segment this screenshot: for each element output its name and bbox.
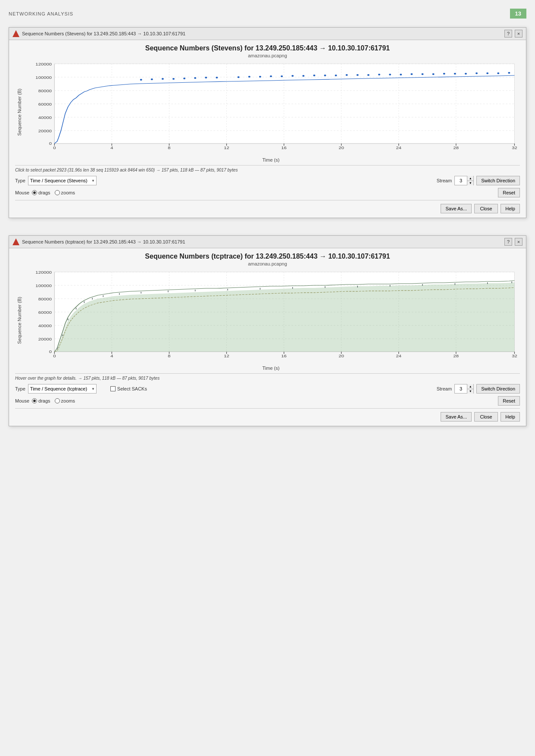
close-btn-tcptrace[interactable]: ×	[515, 238, 522, 246]
help-icon-btn-stevens[interactable]: ?	[504, 30, 512, 37]
svg-point-67	[422, 73, 424, 75]
spin-down-btn-tcptrace[interactable]: ▼	[467, 389, 473, 394]
zooms-radio-tcptrace[interactable]	[55, 398, 60, 403]
spin-up-btn-stevens[interactable]: ▲	[467, 176, 473, 181]
svg-text:0: 0	[53, 146, 56, 150]
zooms-radio-stevens[interactable]	[55, 190, 60, 195]
svg-point-73	[486, 72, 488, 74]
svg-point-64	[389, 74, 391, 75]
svg-text:60000: 60000	[38, 102, 52, 106]
type-select-stevens[interactable]: Time / Sequence (Stevens)	[28, 176, 97, 185]
select-sacks-checkbox[interactable]	[110, 386, 116, 391]
stream-spinbox-stevens[interactable]: ▲ ▼	[454, 176, 474, 185]
svg-point-63	[378, 74, 380, 75]
svg-point-71	[465, 73, 467, 75]
window-content-tcptrace: Sequence Numbers (tcptrace) for 13.249.2…	[9, 248, 526, 426]
controls-row1-tcptrace: Type Time / Sequence (tcptrace) Select S…	[15, 384, 520, 394]
spin-up-btn-tcptrace[interactable]: ▲	[467, 384, 473, 389]
svg-text:120000: 120000	[35, 270, 52, 275]
help-btn-stevens[interactable]: Help	[501, 204, 520, 213]
titlebar-stevens: Sequence Numbers (Stevens) for 13.249.25…	[9, 28, 526, 40]
svg-point-72	[476, 72, 478, 74]
page-number: 13	[510, 9, 526, 19]
svg-point-49	[216, 77, 218, 78]
switch-direction-btn-stevens[interactable]: Switch Direction	[476, 176, 520, 185]
bottom-buttons-tcptrace: Save As... Close Help	[15, 408, 520, 422]
svg-point-68	[432, 73, 435, 75]
stream-input-stevens[interactable]	[455, 176, 467, 185]
mouse-label-stevens: Mouse	[15, 190, 29, 195]
svg-text:28: 28	[454, 146, 459, 150]
help-icon-btn-tcptrace[interactable]: ?	[504, 238, 512, 246]
type-select-wrapper-stevens[interactable]: Time / Sequence (Stevens)	[28, 176, 97, 185]
status-bar-stevens: Click to select packet 2923 (31.96s len …	[15, 165, 520, 172]
svg-point-44	[162, 78, 164, 80]
chart-svg-stevens: 120000 100000 80000 60000 40000 20000 0 …	[22, 62, 520, 156]
type-select-tcptrace[interactable]: Time / Sequence (tcptrace)	[28, 384, 97, 394]
svg-text:20000: 20000	[38, 129, 52, 133]
window-tcptrace: Sequence Numbers (tcptrace) for 13.249.2…	[9, 235, 526, 426]
stream-label-stevens: Stream	[437, 178, 452, 183]
reset-btn-stevens[interactable]: Reset	[498, 188, 520, 197]
y-axis-label-stevens: Sequence Number (B)	[15, 62, 22, 162]
svg-point-45	[172, 78, 175, 80]
close-btn-stevens[interactable]: ×	[515, 30, 522, 37]
drags-radio-tcptrace[interactable]	[32, 398, 37, 403]
chart-container-stevens: Sequence Number (B)	[15, 62, 520, 162]
svg-text:0: 0	[49, 141, 52, 146]
svg-point-57	[313, 75, 315, 76]
svg-point-48	[205, 77, 207, 78]
svg-point-52	[259, 76, 261, 78]
svg-point-66	[410, 73, 413, 75]
chart-container-tcptrace: Sequence Number (B)	[15, 270, 520, 371]
controls-row2-tcptrace: Mouse drags zooms Reset	[15, 396, 520, 406]
svg-text:40000: 40000	[38, 324, 52, 328]
chart-inner-tcptrace[interactable]: 120000 100000 80000 60000 40000 20000 0 …	[22, 270, 520, 371]
drags-label-tcptrace: drags	[38, 398, 50, 403]
zooms-radio-item-tcptrace[interactable]: zooms	[55, 398, 75, 403]
select-sacks-item[interactable]: Select SACKs	[110, 386, 147, 391]
svg-text:32: 32	[512, 146, 517, 150]
svg-point-69	[443, 73, 445, 75]
x-axis-label-tcptrace: Time (s)	[22, 366, 520, 371]
y-axis-label-tcptrace: Sequence Number (B)	[15, 270, 22, 371]
spin-down-btn-stevens[interactable]: ▼	[467, 181, 473, 186]
reset-btn-tcptrace[interactable]: Reset	[498, 396, 520, 406]
chart-subtitle-stevens: amazonau.pcapng	[15, 53, 520, 58]
stream-label-tcptrace: Stream	[437, 386, 452, 391]
svg-text:100000: 100000	[35, 75, 52, 80]
chart-subtitle-tcptrace: amazonau.pcapng	[15, 261, 520, 266]
drags-label-stevens: drags	[38, 190, 50, 195]
type-label-stevens: Type	[15, 178, 25, 183]
save-as-btn-stevens[interactable]: Save As...	[441, 204, 472, 213]
save-as-btn-tcptrace[interactable]: Save As...	[441, 412, 472, 422]
chart-inner-stevens[interactable]: 120000 100000 80000 60000 40000 20000 0 …	[22, 62, 520, 162]
stream-input-tcptrace[interactable]	[455, 384, 467, 393]
svg-point-60	[346, 74, 348, 76]
drags-radio-item-stevens[interactable]: drags	[32, 190, 50, 195]
type-select-wrapper-tcptrace[interactable]: Time / Sequence (tcptrace)	[28, 384, 97, 394]
page-title: NETWORKING ANALYSIS	[9, 11, 73, 16]
spin-btns-stevens: ▲ ▼	[467, 176, 473, 185]
zooms-radio-item-stevens[interactable]: zooms	[55, 190, 75, 195]
status-bar-tcptrace: Hover over the graph for details. → 157 …	[15, 373, 520, 381]
drags-radio-stevens[interactable]	[32, 190, 37, 195]
drags-radio-item-tcptrace[interactable]: drags	[32, 398, 50, 403]
window-title-text-tcptrace: Sequence Numbers (tcptrace) for 13.249.2…	[22, 239, 502, 244]
svg-point-42	[140, 79, 142, 81]
svg-point-58	[324, 75, 326, 76]
svg-text:24: 24	[396, 354, 401, 358]
svg-text:4: 4	[110, 354, 113, 358]
controls-row1-stevens: Type Time / Sequence (Stevens) Stream ▲ …	[15, 176, 520, 185]
svg-text:0: 0	[49, 350, 52, 354]
help-btn-tcptrace[interactable]: Help	[501, 412, 520, 422]
type-label-tcptrace: Type	[15, 386, 25, 391]
switch-direction-btn-tcptrace[interactable]: Switch Direction	[476, 384, 520, 394]
stream-spinbox-tcptrace[interactable]: ▲ ▼	[454, 384, 474, 394]
svg-point-46	[183, 78, 185, 79]
svg-point-55	[291, 75, 294, 77]
select-sacks-label: Select SACKs	[117, 386, 147, 391]
window-content-stevens: Sequence Numbers (Stevens) for 13.249.25…	[9, 40, 526, 218]
close-btn2-stevens[interactable]: Close	[474, 204, 498, 213]
close-btn2-tcptrace[interactable]: Close	[474, 412, 498, 422]
